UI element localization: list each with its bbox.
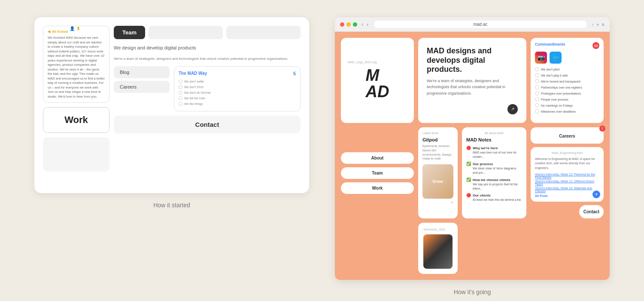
reminder-8: Milestones over deadlines — [535, 108, 599, 114]
hero-title: MAD designs and develops digital product… — [427, 46, 518, 74]
note-2: ✅ Our process We steer clear of Venn dia… — [466, 162, 522, 175]
forward-arrow-icon[interactable]: › — [366, 22, 369, 28]
wf-contact-bar[interactable]: Contact — [114, 116, 301, 133]
icloud-body-text: We founded MAD because we care deeply ab… — [48, 36, 105, 99]
mad-way-card: The MAD Way 5 We don't settle We don't P… — [174, 66, 301, 111]
reminder-4: Partnerships over one-nighters — [535, 84, 599, 90]
team-button[interactable]: Team — [341, 167, 414, 179]
note4-desc: At least we hide this list behind a list… — [473, 198, 522, 201]
reminder-7: No meetings on Fridays — [535, 102, 599, 108]
careers-contact-col: Careers 2 MAD_Engineering.html Welcome t… — [531, 127, 604, 219]
eng-header: MAD_Engineering.html — [535, 151, 599, 154]
eng-link-3[interactable]: Veera's Internship, Week 10: Materials a… — [535, 187, 599, 193]
wf-left-col: ◀ All iCloud 👤 ⬆ We founded MAD because … — [43, 26, 109, 172]
icloud-back-icon: ◀ — [48, 30, 50, 34]
eng-link-1[interactable]: Veera's Internship, Week 12: Planning fo… — [535, 173, 599, 179]
add-tab-icon[interactable]: + — [596, 22, 599, 27]
left-caption: How it started — [153, 202, 190, 209]
note-3: ✅ How we choose clients We say yes to pr… — [466, 178, 522, 191]
main-container: ◀ All iCloud 👤 ⬆ We founded MAD because … — [0, 0, 644, 301]
eng-link-2[interactable]: Veera's Internship, Week 11: Different R… — [535, 180, 599, 186]
work-button[interactable]: Work — [341, 182, 414, 194]
minimize-dot[interactable] — [346, 22, 351, 27]
back-arrow-icon[interactable]: ‹ — [361, 22, 364, 28]
twitter-icon[interactable]: 🐦 — [550, 52, 562, 64]
careers-button[interactable]: Careers — [114, 81, 170, 93]
wf-body-text: We're a team of strategists, designers a… — [114, 56, 301, 62]
latest-work-label: Latest Work — [422, 132, 453, 135]
wf-headline: We design and develop digital products — [114, 43, 301, 52]
reminder-1: We don't pitch — [535, 66, 599, 72]
wf-mid-section: Blog Careers The MAD Way 5 We don't sett… — [114, 66, 301, 111]
note3-emoji: ✅ — [466, 178, 471, 182]
hero-card: MAD designs and develops digital product… — [418, 38, 526, 123]
blog-button[interactable]: Blog — [114, 66, 170, 78]
site-nav-buttons: About Team Work — [341, 127, 414, 219]
eng-body: Welcome to Engineering at MAD. A space f… — [535, 157, 599, 171]
wf-right-col: Team We design and develop digital produ… — [114, 26, 301, 172]
settings-icon[interactable]: ≡ — [602, 22, 605, 27]
mad-item-4: We tell the truth — [179, 95, 296, 101]
browser-actions: ↑ + ≡ — [592, 22, 605, 27]
mad-item-2: We don't Pitch — [179, 84, 296, 90]
reminder-3: We're honest and transparent — [535, 78, 599, 84]
reminder-5: Prototypes over presentations — [535, 90, 599, 96]
share-icon[interactable]: ↑ — [592, 22, 594, 27]
careers-card: Careers 2 — [531, 127, 604, 144]
hero-arrow-icon[interactable]: ↗ — [507, 104, 518, 114]
note1-title: Why we're here — [473, 146, 522, 150]
team-nav-button[interactable]: Team — [114, 26, 145, 39]
hero-body: We're a team of strategists, designers a… — [427, 78, 518, 96]
right-caption: How it's going — [454, 289, 491, 295]
mad-item-5: We like things — [179, 101, 296, 107]
maximize-dot[interactable] — [353, 22, 357, 27]
right-section: ‹ › mad.ac ↑ + ≡ MAD_Logo_2021.svg MAD — [335, 17, 610, 295]
icloud-bar: ◀ All iCloud 👤 ⬆ We founded MAD because … — [43, 26, 109, 103]
social-icons: 📷 🐦 — [535, 52, 599, 64]
mad-logo-card: MAD_Logo_2021.svg MAD — [341, 38, 414, 123]
blog-career-col: Blog Careers — [114, 66, 170, 111]
reminder-6: People over process — [535, 96, 599, 102]
work1-desc: Ephemeral, browser-based dev environment… — [422, 144, 453, 161]
logo-filename: MAD_Logo_2021.svg — [348, 61, 377, 64]
note2-title: Our process — [473, 162, 522, 166]
browser-address[interactable]: mad.ac — [374, 21, 586, 28]
wf-top-nav: Team — [114, 26, 301, 39]
reminder-2: We don't play it safe — [535, 72, 599, 78]
mad-item-3: We don't do Normal — [179, 90, 296, 95]
note4-title: Our clients — [473, 193, 522, 198]
mad-way-title: The MAD Way — [179, 71, 207, 76]
mad-item-1: We don't settle — [179, 79, 296, 84]
browser-chrome: ‹ › mad.ac ↑ + ≡ — [335, 17, 610, 32]
note3-desc: We say yes to projects that hit the trif… — [473, 183, 518, 190]
browser-dots — [340, 22, 357, 27]
site-content: MAD_Logo_2021.svg MAD MAD designs and de… — [335, 32, 610, 280]
note-4: 🔴 Our clients At least we hide this list… — [466, 193, 522, 202]
instagram-icon[interactable]: 📷 — [535, 52, 547, 64]
wf-nav-empty — [149, 26, 223, 39]
browser-nav[interactable]: ‹ › — [361, 22, 369, 28]
engineering-card: MAD_Engineering.html Welcome to Engineer… — [531, 147, 604, 202]
note3-title: How we choose clients — [473, 178, 522, 182]
note2-emoji: ✅ — [466, 162, 471, 166]
all-posts-link[interactable]: All Posts — [535, 194, 599, 197]
careers-label[interactable]: Careers — [559, 134, 575, 138]
note-1: 🔴 Why we're here MAD was born out of our… — [466, 146, 522, 159]
contact-button[interactable]: Contact — [579, 205, 604, 218]
showcase-label: Showcase_2021 — [423, 228, 453, 231]
browser-mockup: ‹ › mad.ac ↑ + ≡ MAD_Logo_2021.svg MAD — [335, 17, 610, 280]
work1-image: Entae — [422, 164, 453, 199]
work1-image-label: Entae — [433, 179, 444, 184]
note1-desc: MAD was born out of our love for creatin… — [473, 151, 516, 158]
careers-badge: 2 — [599, 126, 605, 132]
mad-notes-title: MAD Notes — [466, 137, 522, 142]
icloud-label: All iCloud — [52, 30, 68, 34]
wireframe-mockup: ◀ All iCloud 👤 ⬆ We founded MAD because … — [34, 17, 309, 193]
latest-work-card: Latest Work Gitpod Ephemeral, browser-ba… — [418, 127, 458, 219]
work-button[interactable]: Work — [43, 107, 109, 133]
note4-emoji: 🔴 — [466, 193, 471, 197]
about-button[interactable]: About — [341, 152, 414, 164]
close-dot[interactable] — [340, 22, 344, 27]
showcase-card: Showcase_2021 — [418, 223, 458, 274]
icloud-share-icon: ⬆ — [76, 26, 80, 31]
